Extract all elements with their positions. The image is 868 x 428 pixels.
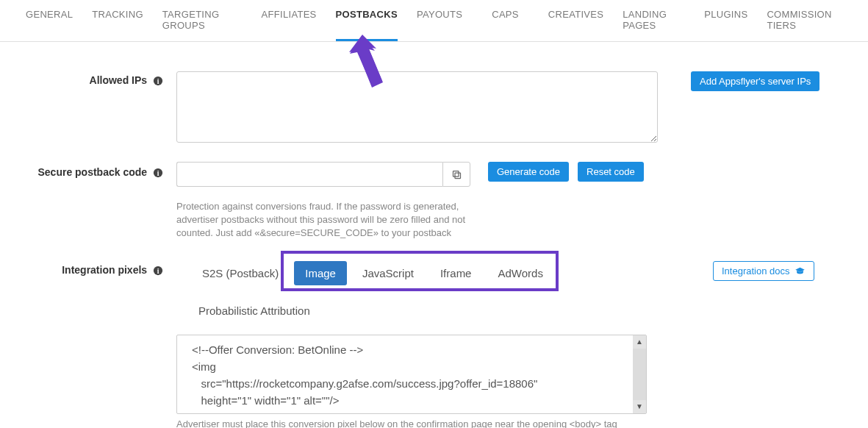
pixel-footer-text: Advertiser must place this conversion pi… [176, 418, 661, 428]
integration-docs-link[interactable]: Integration docs [713, 261, 814, 281]
row-secure-postback: Secure postback code i Generate code Res… [26, 162, 842, 240]
add-appsflyer-button[interactable]: Add Appsflyer's server IPs [691, 71, 819, 91]
info-icon[interactable]: i [153, 265, 163, 276]
pixel-tab-s2s[interactable]: S2S (Postback) [191, 261, 290, 285]
pixel-tab-image[interactable]: Image [294, 261, 347, 285]
integration-pixels-label: Integration pixels [62, 264, 147, 276]
allowed-ips-textarea[interactable] [176, 71, 658, 143]
scroll-down-icon[interactable]: ▼ [633, 400, 646, 413]
secure-code-input[interactable] [176, 162, 442, 187]
pixel-code-textarea[interactable]: <!--Offer Conversion: BetOnline --> <img… [176, 335, 647, 414]
pixel-tab-probabilistic[interactable]: Probabilistic Attribution [191, 299, 321, 323]
tab-caps[interactable]: CAPS [492, 9, 519, 41]
tab-postbacks[interactable]: POSTBACKS [336, 9, 398, 41]
tab-creatives[interactable]: CREATIVES [548, 9, 603, 41]
row-integration-pixels: Integration pixels i S2S (Postback) Imag… [26, 257, 842, 428]
tab-general[interactable]: GENERAL [26, 9, 73, 41]
scroll-up-icon[interactable]: ▲ [633, 335, 646, 349]
svg-text:i: i [157, 266, 159, 274]
pixel-tab-iframe[interactable]: Iframe [429, 261, 483, 285]
tab-tracking[interactable]: TRACKING [92, 9, 143, 41]
scrollbar[interactable]: ▲ ▼ [633, 335, 646, 413]
svg-text:i: i [157, 77, 159, 85]
info-icon[interactable]: i [153, 76, 163, 86]
info-icon[interactable]: i [153, 168, 163, 178]
tab-targeting-groups[interactable]: TARGETING GROUPS [162, 9, 243, 41]
pixel-tab-javascript[interactable]: JavaScript [351, 261, 425, 285]
tab-payouts[interactable]: PAYOUTS [417, 9, 462, 41]
svg-text:i: i [157, 169, 159, 177]
graduation-cap-icon [795, 266, 806, 275]
allowed-ips-label: Allowed IPs [90, 74, 148, 86]
generate-code-button[interactable]: Generate code [488, 162, 569, 182]
tab-plugins[interactable]: PLUGINS [704, 9, 747, 41]
tab-affiliates[interactable]: AFFILIATES [262, 9, 317, 41]
row-allowed-ips: Allowed IPs i Add Appsflyer's server IPs [26, 71, 842, 146]
tab-bar: GENERAL TRACKING TARGETING GROUPS AFFILI… [0, 0, 868, 42]
secure-postback-label: Secure postback code [37, 166, 147, 178]
reset-code-button[interactable]: Reset code [578, 162, 644, 182]
copy-icon[interactable] [442, 162, 470, 187]
svg-rect-7 [455, 173, 461, 179]
secure-help-text: Protection against conversions fraud. If… [176, 200, 485, 240]
tab-commission-tiers[interactable]: COMMISSION TIERS [767, 9, 842, 41]
pixel-tab-adwords[interactable]: AdWords [487, 261, 553, 285]
tab-landing-pages[interactable]: LANDING PAGES [623, 9, 685, 41]
svg-rect-8 [453, 171, 459, 176]
